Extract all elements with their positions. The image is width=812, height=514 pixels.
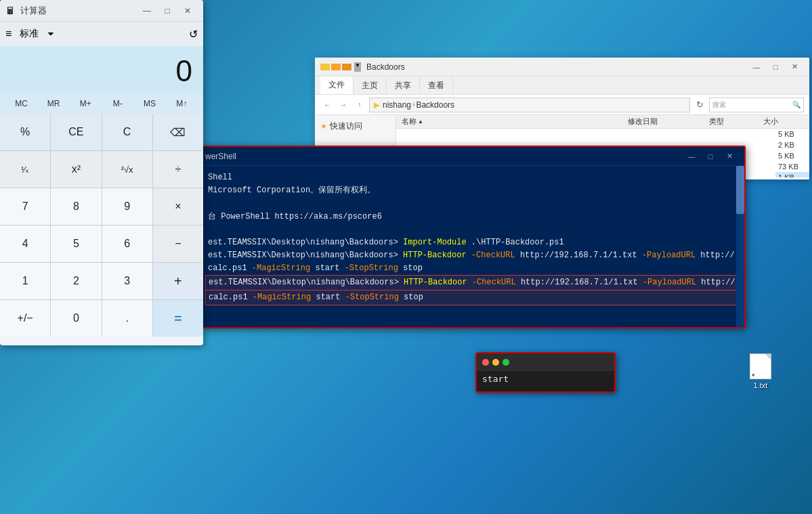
calc-9-button[interactable]: 9 <box>102 188 152 225</box>
calc-decimal-button[interactable]: . <box>102 300 152 337</box>
calc-reciprocal-button[interactable]: ¹⁄ₓ <box>0 151 50 188</box>
calc-mup-button[interactable]: M↑ <box>166 96 198 111</box>
terminal-mini-content: start <box>477 371 614 387</box>
traffic-light-red[interactable] <box>482 359 489 366</box>
calc-6-button[interactable]: 6 <box>102 226 152 262</box>
calculator-titlebar: 🖩 计算器 — □ ✕ <box>0 0 203 22</box>
explorer-ribbon-tabs: 文件 主页 共享 查看 <box>315 77 809 95</box>
explorer-maximize-button[interactable]: □ <box>766 58 785 77</box>
calc-percent-button[interactable]: % <box>0 114 50 150</box>
explorer-col-date[interactable]: 修改日期 <box>628 116 709 127</box>
explorer-tab-view[interactable]: 查看 <box>420 77 453 94</box>
calc-add-button[interactable]: + <box>153 263 203 299</box>
calc-mr-button[interactable]: MR <box>37 96 69 111</box>
ps-line-1: Shell <box>208 171 736 184</box>
calc-5-button[interactable]: 5 <box>51 226 101 262</box>
calc-subtract-button[interactable]: − <box>153 226 203 262</box>
powershell-content: Shell Microsoft Corporation。保留所有权利。 台 Po… <box>200 166 744 327</box>
desktop-file-1txt[interactable]: ■ 1.txt <box>750 354 771 389</box>
calc-1-button[interactable]: 1 <box>0 263 50 299</box>
calculator-window: 🖩 计算器 — □ ✕ ≡ 标准 ⏷ ↺ 0 MC MR M+ M- MS M↑ <box>0 0 203 345</box>
explorer-path[interactable]: ▶ nishang › Backdoors <box>369 98 690 112</box>
explorer-col-name[interactable]: 名称 ▲ <box>402 116 628 127</box>
file-icon-1txt: ■ <box>750 354 771 379</box>
calc-mode-label[interactable]: 标准 <box>20 28 39 40</box>
calc-equals-button[interactable]: = <box>153 300 203 337</box>
calculator-display-value: 0 <box>11 54 192 88</box>
explorer-col-date-label: 修改日期 <box>628 116 658 127</box>
explorer-title: Backdoors <box>366 62 744 72</box>
ps-line-import: est.TEAMSSIX\Desktop\nishang\Backdoors> … <box>208 236 736 249</box>
calc-3-button[interactable]: 3 <box>102 263 152 299</box>
quick-access-star-icon: ★ <box>320 122 327 131</box>
calc-divide-button[interactable]: ÷ <box>153 151 203 188</box>
explorer-search-box[interactable]: 搜索 🔍 <box>709 98 804 112</box>
calculator-title: 计算器 <box>20 5 137 17</box>
ps-scrollbar[interactable] <box>736 166 744 327</box>
calculator-buttons: % CE C ⌫ ¹⁄ₓ x² ²√x ÷ 7 8 9 × 4 5 6 − 1 … <box>0 114 203 337</box>
calc-ce-button[interactable]: CE <box>51 114 101 150</box>
powershell-title: werShell <box>205 152 682 161</box>
desktop-file-label: 1.txt <box>754 381 768 389</box>
calc-7-button[interactable]: 7 <box>0 188 50 225</box>
quick-access-label: 快速访问 <box>330 121 362 132</box>
terminal-mini-titlebar <box>477 354 614 371</box>
calc-mminus-button[interactable]: M- <box>102 96 133 111</box>
ps-scrollbar-thumb <box>736 166 744 214</box>
calc-mc-button[interactable]: MC <box>5 96 37 111</box>
explorer-tab-file[interactable]: 文件 <box>320 77 354 94</box>
explorer-refresh-button[interactable]: ↻ <box>693 98 706 112</box>
explorer-path-nishang: nishang <box>383 100 411 110</box>
explorer-minimize-button[interactable]: — <box>747 58 766 77</box>
explorer-up-button[interactable]: ↑ <box>353 98 366 112</box>
explorer-col-type[interactable]: 类型 <box>709 116 763 127</box>
explorer-tab-share[interactable]: 共享 <box>387 77 420 94</box>
explorer-back-button[interactable]: ← <box>320 98 334 112</box>
ps-line-cmd1: est.TEAMSSIX\Desktop\nishang\Backdoors> … <box>208 249 736 262</box>
calc-window-controls: — □ ✕ <box>137 0 198 22</box>
explorer-path-separator: › <box>412 101 414 108</box>
explorer-window-controls: — □ ✕ <box>747 58 804 77</box>
explorer-folder-icons <box>320 64 351 70</box>
explorer-col-name-label: 名称 <box>402 116 416 127</box>
calc-negate-button[interactable]: +/− <box>0 300 50 337</box>
calc-mplus-button[interactable]: M+ <box>70 96 102 111</box>
calc-multiply-button[interactable]: × <box>153 188 203 225</box>
calc-c-button[interactable]: C <box>102 114 152 150</box>
calc-history-icon[interactable]: ↺ <box>189 28 198 41</box>
explorer-tab-home[interactable]: 主页 <box>354 77 387 94</box>
explorer-path-backdoors: Backdoors <box>416 100 454 110</box>
ps-minimize-button[interactable]: — <box>682 147 701 166</box>
explorer-quick-access[interactable]: ★ 快速访问 <box>315 118 396 135</box>
explorer-search-icon: 🔍 <box>792 101 800 108</box>
ps-close-button[interactable]: ✕ <box>720 147 739 166</box>
calc-minimize-button[interactable]: — <box>137 0 157 22</box>
calc-ms-button[interactable]: MS <box>133 96 165 111</box>
calc-backspace-button[interactable]: ⌫ <box>153 114 203 150</box>
calc-4-button[interactable]: 4 <box>0 226 50 262</box>
calc-maximize-button[interactable]: □ <box>157 0 177 22</box>
calculator-display: 0 <box>0 46 203 93</box>
ps-line-3 <box>208 197 736 210</box>
calculator-icon: 🖩 <box>5 5 15 16</box>
file-icon-label: ■ <box>752 372 754 377</box>
explorer-forward-button[interactable]: → <box>337 98 350 112</box>
calc-2-button[interactable]: 2 <box>51 263 101 299</box>
traffic-light-green[interactable] <box>503 359 509 366</box>
desktop: 🖩 计算器 — □ ✕ ≡ 标准 ⏷ ↺ 0 MC MR M+ M- MS M↑ <box>0 0 812 514</box>
explorer-close-button[interactable]: ✕ <box>785 58 804 77</box>
calc-0-button[interactable]: 0 <box>51 300 101 337</box>
traffic-light-yellow[interactable] <box>492 359 499 366</box>
calc-hamburger-icon[interactable]: ≡ <box>5 28 12 40</box>
explorer-col-type-label: 类型 <box>709 116 724 127</box>
calc-square-button[interactable]: x² <box>51 151 101 188</box>
calc-dropdown-icon[interactable]: ⏷ <box>47 29 55 39</box>
ps-maximize-button[interactable]: □ <box>701 147 720 166</box>
calc-8-button[interactable]: 8 <box>51 188 101 225</box>
ps-line-cmd2b: calc.ps1 -MagicString start -StopString … <box>205 290 739 305</box>
explorer-col-size[interactable]: 大小 <box>763 116 804 127</box>
calculator-menu: ≡ 标准 ⏷ ↺ <box>0 22 203 46</box>
calc-sqrt-button[interactable]: ²√x <box>102 151 152 188</box>
calc-close-button[interactable]: ✕ <box>177 0 198 22</box>
explorer-titlebar: ▼ Backdoors — □ ✕ <box>315 58 809 77</box>
